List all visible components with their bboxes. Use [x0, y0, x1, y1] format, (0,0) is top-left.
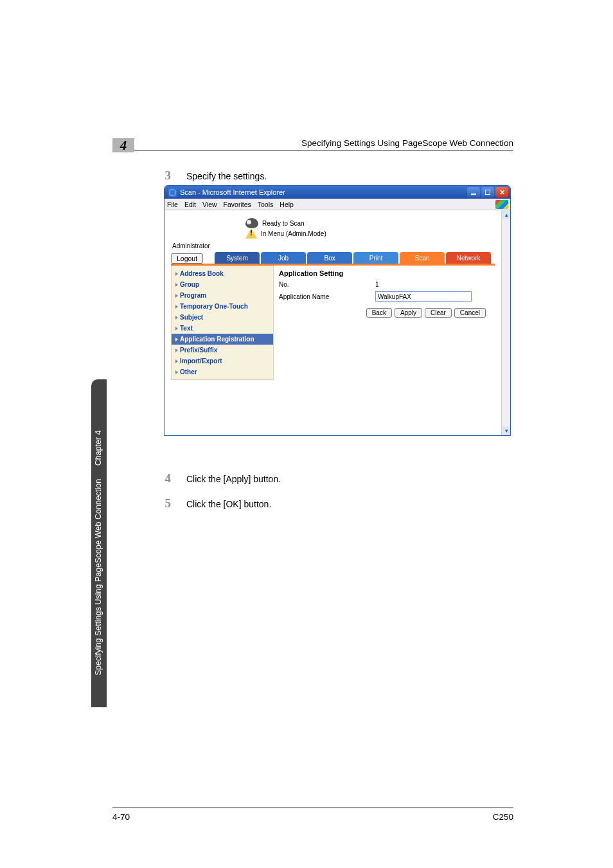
- sidebar-item-label: Subject: [180, 314, 203, 321]
- step-5: 5 Click the [OK] button.: [161, 496, 271, 511]
- sidebar-item-address-book[interactable]: Address Book: [172, 268, 273, 279]
- step-3-number: 3: [161, 168, 171, 183]
- sidebar-item-program[interactable]: Program: [172, 290, 273, 301]
- menu-favorites[interactable]: Favorites: [224, 201, 251, 208]
- triangle-icon: [175, 305, 178, 309]
- sidebar-item-import-export[interactable]: Import/Export: [172, 356, 273, 366]
- sidebar-item-prefix-suffix[interactable]: Prefix/Suffix: [172, 345, 273, 356]
- triangle-icon: [175, 316, 178, 320]
- tab-network[interactable]: Network: [446, 252, 491, 264]
- step-3-text: Specify the settings.: [186, 171, 267, 181]
- titlebar: Scan - Microsoft Internet Explorer ✕: [164, 186, 510, 199]
- triangle-icon: [175, 348, 178, 352]
- step-5-number: 5: [161, 496, 171, 511]
- triangle-icon: [175, 283, 178, 287]
- sidebar-item-label: Text: [180, 325, 193, 332]
- sidebar-item-other[interactable]: Other: [172, 366, 273, 377]
- status-mode-text: In Menu (Admin.Mode): [261, 230, 326, 237]
- sidebar-item-label: Import/Export: [180, 357, 222, 365]
- clear-button[interactable]: Clear: [425, 308, 452, 318]
- window-title: Scan - Microsoft Internet Explorer: [180, 188, 285, 196]
- windows-flag-icon: [495, 200, 508, 209]
- triangle-icon: [175, 294, 178, 298]
- tab-print[interactable]: Print: [353, 252, 398, 264]
- step-5-text: Click the [OK] button.: [186, 499, 271, 509]
- sidebar-item-label: Application Registration: [180, 336, 254, 343]
- side-tab-chapter: Chapter 4: [93, 430, 105, 466]
- triangle-icon: [175, 338, 178, 341]
- sidebar-item-group[interactable]: Group: [172, 279, 273, 290]
- tab-scan[interactable]: Scan: [400, 252, 445, 264]
- no-label: No.: [279, 281, 375, 288]
- sidebar-item-temporary-one-touch[interactable]: Temporary One-Touch: [172, 301, 273, 312]
- status-ready-text: Ready to Scan: [262, 220, 305, 227]
- sidebar-item-label: Other: [180, 368, 197, 375]
- chapter-number-box: 4: [112, 138, 134, 152]
- tab-job[interactable]: Job: [261, 252, 306, 264]
- sidebar-item-text[interactable]: Text: [172, 323, 273, 334]
- chapter-number: 4: [120, 138, 127, 154]
- sidebar: Address Book Group Program Temporary One…: [171, 266, 274, 380]
- tab-box[interactable]: Box: [307, 252, 352, 264]
- side-tab-title: Specifying Settings Using PageScope Web …: [94, 479, 103, 676]
- triangle-icon: [175, 359, 178, 363]
- logout-button[interactable]: Logout: [171, 253, 203, 264]
- footer: 4-70 C250: [112, 808, 513, 822]
- printer-icon: [245, 218, 258, 228]
- scroll-up-icon[interactable]: ▴: [502, 210, 511, 219]
- main-panel: Application Setting No. 1 Application Na…: [274, 266, 495, 380]
- step-4-text: Click the [Apply] button.: [186, 474, 281, 484]
- step-3: 3 Specify the settings.: [161, 168, 267, 183]
- sidebar-item-label: Prefix/Suffix: [180, 347, 217, 354]
- footer-model: C250: [493, 812, 513, 822]
- menu-view[interactable]: View: [202, 201, 217, 208]
- side-tab: Specifying Settings Using PageScope Web …: [91, 379, 107, 707]
- status-ready: Ready to Scan: [245, 218, 495, 228]
- triangle-icon: [175, 272, 178, 276]
- sidebar-item-application-registration[interactable]: Application Registration: [172, 334, 273, 345]
- menu-tools[interactable]: Tools: [258, 201, 274, 208]
- appname-input[interactable]: [375, 291, 472, 302]
- page-header-title: Specifying Settings Using PageScope Web …: [112, 138, 513, 148]
- vertical-scrollbar[interactable]: ▴ ▾: [501, 210, 510, 435]
- warning-icon: [245, 228, 257, 239]
- no-value: 1: [375, 281, 379, 288]
- scroll-down-icon[interactable]: ▾: [502, 426, 511, 435]
- apply-button[interactable]: Apply: [395, 308, 422, 318]
- step-4-number: 4: [161, 471, 171, 485]
- status-mode: In Menu (Admin.Mode): [245, 228, 495, 239]
- cancel-button[interactable]: Cancel: [454, 308, 486, 318]
- tab-system[interactable]: System: [215, 252, 260, 264]
- maximize-button[interactable]: [481, 187, 494, 197]
- sidebar-item-label: Program: [180, 292, 206, 299]
- sidebar-item-subject[interactable]: Subject: [172, 312, 273, 323]
- close-button[interactable]: ✕: [495, 187, 508, 197]
- back-button[interactable]: Back: [366, 308, 392, 318]
- triangle-icon: [175, 327, 178, 330]
- triangle-icon: [175, 370, 178, 374]
- menu-edit[interactable]: Edit: [184, 201, 196, 208]
- menu-file[interactable]: File: [167, 201, 178, 208]
- role-label: Administrator: [172, 242, 495, 249]
- browser-window: Scan - Microsoft Internet Explorer ✕ Fil…: [164, 185, 511, 436]
- footer-page-number: 4-70: [112, 812, 130, 822]
- main-heading: Application Setting: [279, 269, 490, 277]
- menu-help[interactable]: Help: [280, 201, 294, 208]
- browser-content: Ready to Scan In Menu (Admin.Mode) Admin…: [164, 210, 501, 435]
- ie-icon: [168, 188, 177, 197]
- appname-label: Application Name: [279, 293, 375, 300]
- step-4: 4 Click the [Apply] button.: [161, 471, 281, 485]
- sidebar-item-label: Address Book: [180, 270, 224, 277]
- minimize-button[interactable]: [467, 187, 480, 197]
- sidebar-item-label: Group: [180, 281, 199, 288]
- sidebar-item-label: Temporary One-Touch: [180, 303, 248, 310]
- menubar: File Edit View Favorites Tools Help: [164, 199, 510, 210]
